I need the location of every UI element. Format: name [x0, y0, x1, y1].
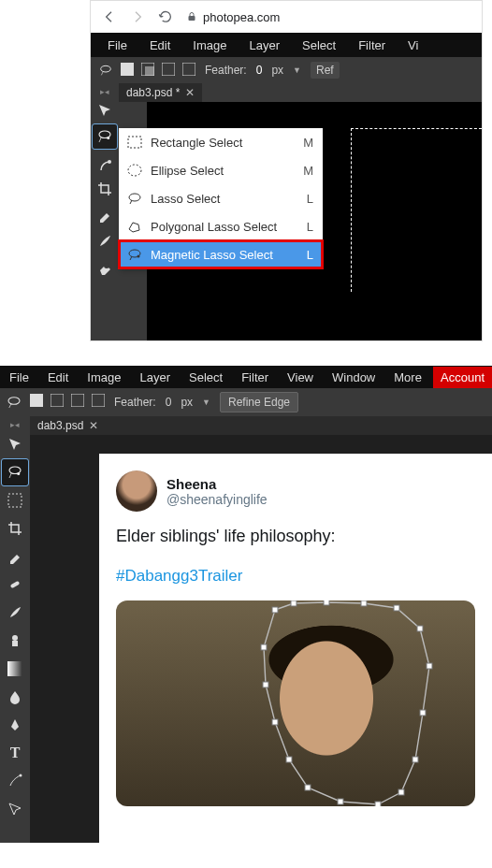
- brush-tool[interactable]: [93, 229, 117, 253]
- lasso-magnetic-icon[interactable]: [6, 394, 22, 411]
- refine-edge-button[interactable]: Ref: [311, 62, 340, 79]
- blur-tool[interactable]: [2, 684, 28, 710]
- back-icon[interactable]: [102, 9, 117, 24]
- account-button[interactable]: Account: [433, 367, 492, 388]
- tool-palette: ▸◂: [91, 83, 119, 340]
- tool-options-bar: Feather: 0 px ▼ Ref: [91, 57, 482, 83]
- menu-more[interactable]: More: [384, 367, 431, 388]
- menu-layer[interactable]: Layer: [240, 35, 290, 56]
- menu-select[interactable]: Select: [180, 367, 232, 388]
- svg-rect-2: [121, 63, 134, 76]
- svg-rect-4: [145, 66, 154, 76]
- menu-edit[interactable]: Edit: [140, 35, 180, 56]
- lasso-magnetic-icon[interactable]: [98, 63, 113, 78]
- close-icon[interactable]: ✕: [185, 86, 195, 99]
- flyout-shortcut: L: [307, 220, 313, 234]
- crop-tool[interactable]: [93, 177, 117, 201]
- menu-filter[interactable]: Filter: [349, 35, 395, 56]
- flyout-magnetic-lasso[interactable]: Magnetic Lasso Select L: [119, 240, 323, 268]
- menu-edit[interactable]: Edit: [38, 367, 78, 388]
- tweet-hashtag: #Dabangg3Trailer: [116, 567, 475, 586]
- move-tool[interactable]: [2, 431, 28, 457]
- refine-edge-button[interactable]: Refine Edge: [220, 392, 298, 412]
- crop-tool[interactable]: [2, 515, 28, 542]
- mode-intersect-icon[interactable]: [182, 63, 195, 76]
- eyedropper-tool[interactable]: [93, 203, 117, 227]
- mode-new-icon[interactable]: [121, 63, 134, 76]
- flyout-ellipse-select[interactable]: Ellipse Select M: [119, 156, 323, 184]
- healing-tool[interactable]: [2, 571, 28, 598]
- svg-rect-20: [92, 394, 105, 407]
- wand-tool[interactable]: [93, 151, 117, 175]
- menu-file[interactable]: File: [98, 35, 137, 56]
- svg-rect-32: [361, 600, 367, 606]
- address-bar[interactable]: photopea.com: [186, 10, 280, 24]
- document-tab[interactable]: dab3.psd * ✕: [119, 83, 202, 102]
- flyout-rectangle-select[interactable]: Rectangle Select M: [119, 128, 323, 156]
- lasso-tool[interactable]: [93, 124, 117, 149]
- svg-rect-26: [12, 641, 18, 646]
- forward-icon[interactable]: [130, 9, 145, 24]
- direct-select-tool[interactable]: [2, 796, 28, 822]
- canvas[interactable]: Sheena @sheenafyinglife Elder siblings' …: [30, 435, 492, 843]
- text-tool[interactable]: T: [2, 740, 28, 766]
- svg-rect-41: [305, 785, 311, 790]
- svg-rect-36: [420, 710, 426, 716]
- reload-icon[interactable]: [158, 9, 173, 24]
- palette-grip-icon[interactable]: ▸◂: [10, 420, 20, 429]
- menu-file[interactable]: File: [0, 367, 38, 388]
- screenshot-top: photopea.com File Edit Image Layer Selec…: [90, 0, 483, 341]
- mode-new-icon[interactable]: [30, 394, 43, 407]
- mode-add-icon[interactable]: [141, 63, 154, 76]
- feather-value[interactable]: 0: [166, 396, 172, 409]
- svg-rect-44: [263, 682, 268, 687]
- flyout-label: Ellipse Select: [151, 164, 224, 178]
- svg-rect-34: [417, 626, 423, 631]
- move-tool[interactable]: [93, 98, 117, 123]
- ellipse-select-icon: [126, 162, 143, 179]
- palette-grip-icon[interactable]: ▸◂: [100, 87, 109, 96]
- svg-point-13: [129, 194, 140, 201]
- lasso-tool[interactable]: [2, 459, 28, 485]
- flyout-lasso-select[interactable]: Lasso Select L: [119, 184, 323, 212]
- pen-tool[interactable]: [2, 712, 28, 738]
- feather-stepper-icon[interactable]: ▼: [293, 65, 301, 75]
- svg-rect-40: [338, 799, 343, 804]
- close-icon[interactable]: ✕: [89, 419, 98, 432]
- mode-intersect-icon[interactable]: [92, 394, 105, 407]
- feather-value[interactable]: 0: [256, 64, 263, 77]
- gradient-tool[interactable]: [2, 656, 28, 682]
- rectangle-select-icon: [126, 134, 143, 151]
- flyout-label: Polygonal Lasso Select: [151, 220, 277, 234]
- eyedropper-tool[interactable]: [2, 543, 28, 570]
- menu-filter[interactable]: Filter: [232, 367, 278, 388]
- svg-point-8: [107, 137, 109, 139]
- clone-tool[interactable]: [2, 628, 28, 654]
- mode-subtract-icon[interactable]: [71, 394, 84, 407]
- mode-subtract-icon[interactable]: [162, 63, 175, 76]
- menu-view[interactable]: View: [278, 367, 323, 388]
- svg-point-25: [12, 635, 18, 641]
- screenshot-bottom: File Edit Image Layer Select Filter View…: [0, 366, 492, 843]
- menu-view-truncated[interactable]: Vi: [398, 35, 427, 56]
- svg-rect-17: [30, 394, 43, 407]
- menu-layer[interactable]: Layer: [131, 367, 181, 388]
- url-text: photopea.com: [203, 10, 280, 24]
- menu-window[interactable]: Window: [323, 367, 384, 388]
- feather-label: Feather:: [205, 64, 247, 77]
- document-tab[interactable]: dab3.psd ✕: [30, 416, 492, 435]
- svg-point-9: [108, 160, 111, 164]
- app-menubar: File Edit Image Layer Select Filter View…: [0, 366, 492, 388]
- menu-image[interactable]: Image: [183, 35, 236, 56]
- tab-title: dab3.psd *: [126, 86, 180, 99]
- svg-rect-45: [261, 644, 267, 650]
- marquee-tool[interactable]: [2, 487, 28, 514]
- menu-select[interactable]: Select: [293, 35, 345, 56]
- eraser-tool[interactable]: [93, 255, 117, 280]
- flyout-polygonal-lasso[interactable]: Polygonal Lasso Select L: [119, 212, 323, 240]
- path-select-tool[interactable]: [2, 768, 28, 794]
- brush-tool[interactable]: [2, 600, 28, 626]
- feather-stepper-icon[interactable]: ▼: [202, 398, 210, 407]
- menu-image[interactable]: Image: [78, 367, 130, 388]
- mode-add-icon[interactable]: [51, 394, 64, 407]
